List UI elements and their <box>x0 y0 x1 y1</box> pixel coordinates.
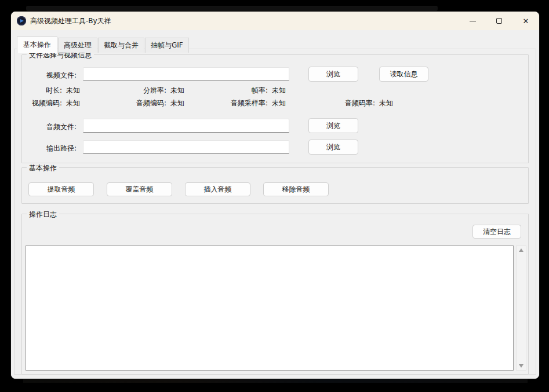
info-framerate-label: 帧率: <box>213 86 268 95</box>
info-video-codec: 视频编码: 未知 <box>22 98 98 108</box>
app-window: 高级视频处理工具-By天祥 ✕ 基本操作 高级处理 截取与合并 抽帧与GIF 文… <box>11 12 539 379</box>
video-file-label: 视频文件: <box>22 71 77 80</box>
desktop-sliver <box>23 379 528 383</box>
maximize-button[interactable] <box>486 12 512 30</box>
info-sample-rate: 音频采样率: 未知 <box>213 98 304 108</box>
close-button[interactable]: ✕ <box>512 12 539 30</box>
group-basic-operations-title: 基本操作 <box>27 163 59 173</box>
log-scrollbar[interactable] <box>516 246 526 371</box>
info-audio-bitrate-label: 音频码率: <box>318 98 375 108</box>
info-framerate: 帧率: 未知 <box>213 86 304 95</box>
remove-audio-button[interactable]: 移除音频 <box>263 182 329 196</box>
tab-pane: 文件选择与视频信息 视频文件: 浏览 读取信息 时长: 未知 分辨率: 未知 帧… <box>14 49 536 375</box>
info-audio-bitrate: 音频码率: 未知 <box>318 98 411 108</box>
tab-basic-operations[interactable]: 基本操作 <box>17 36 57 53</box>
client-area: 基本操作 高级处理 截取与合并 抽帧与GIF 文件选择与视频信息 视频文件: 浏… <box>11 30 539 379</box>
info-resolution: 分辨率: 未知 <box>109 86 202 95</box>
tab-frames-and-gif[interactable]: 抽帧与GIF <box>145 38 189 53</box>
group-operation-log-title: 操作日志 <box>27 210 59 219</box>
audio-browse-button[interactable]: 浏览 <box>308 118 358 133</box>
extract-audio-button[interactable]: 提取音频 <box>28 182 94 196</box>
background-window-hint <box>26 6 438 11</box>
video-browse-button[interactable]: 浏览 <box>308 67 358 82</box>
info-duration: 时长: 未知 <box>22 86 98 95</box>
window-controls: ✕ <box>459 12 539 30</box>
output-browse-button[interactable]: 浏览 <box>308 140 358 155</box>
close-icon: ✕ <box>523 17 529 25</box>
app-play-circle-icon <box>17 16 26 25</box>
titlebar[interactable]: 高级视频处理工具-By天祥 ✕ <box>11 12 539 30</box>
info-resolution-value: 未知 <box>170 86 202 95</box>
info-framerate-value: 未知 <box>272 86 304 95</box>
read-info-button[interactable]: 读取信息 <box>379 67 428 82</box>
clear-log-button[interactable]: 清空日志 <box>472 225 521 239</box>
tab-strip: 基本操作 高级处理 截取与合并 抽帧与GIF <box>17 36 190 53</box>
log-textarea[interactable] <box>26 246 514 371</box>
tab-cut-and-merge[interactable]: 截取与合并 <box>98 38 144 53</box>
video-file-input[interactable] <box>83 67 289 81</box>
info-audio-codec-label: 音频编码: <box>109 98 166 108</box>
output-path-label: 输出路径: <box>22 144 77 153</box>
info-audio-codec-value: 未知 <box>170 98 202 108</box>
window-title: 高级视频处理工具-By天祥 <box>30 16 111 26</box>
minimize-button[interactable] <box>459 12 486 30</box>
group-basic-operations: 基本操作 提取音频 覆盖音频 插入音频 移除音频 <box>21 167 529 204</box>
info-duration-value: 未知 <box>66 86 98 95</box>
scroll-up-icon[interactable] <box>519 248 523 252</box>
info-audio-bitrate-value: 未知 <box>379 98 411 108</box>
audio-file-input[interactable] <box>83 119 289 133</box>
info-audio-codec: 音频编码: 未知 <box>109 98 202 108</box>
info-resolution-label: 分辨率: <box>109 86 166 95</box>
maximize-icon <box>496 18 502 24</box>
audio-file-label: 音频文件: <box>22 122 77 132</box>
info-video-codec-label: 视频编码: <box>22 98 62 108</box>
tab-advanced-processing[interactable]: 高级处理 <box>58 38 97 53</box>
insert-audio-button[interactable]: 插入音频 <box>185 182 250 196</box>
minimize-icon <box>470 21 476 21</box>
info-duration-label: 时长: <box>22 86 62 95</box>
info-sample-rate-value: 未知 <box>272 98 304 108</box>
group-file-selection: 文件选择与视频信息 视频文件: 浏览 读取信息 时长: 未知 分辨率: 未知 帧… <box>21 54 529 163</box>
group-operation-log: 操作日志 清空日志 <box>21 214 529 375</box>
info-sample-rate-label: 音频采样率: <box>213 98 268 108</box>
scroll-down-icon[interactable] <box>519 364 523 368</box>
info-video-codec-value: 未知 <box>66 98 98 108</box>
output-path-input[interactable] <box>83 140 289 154</box>
overwrite-audio-button[interactable]: 覆盖音频 <box>107 182 172 196</box>
